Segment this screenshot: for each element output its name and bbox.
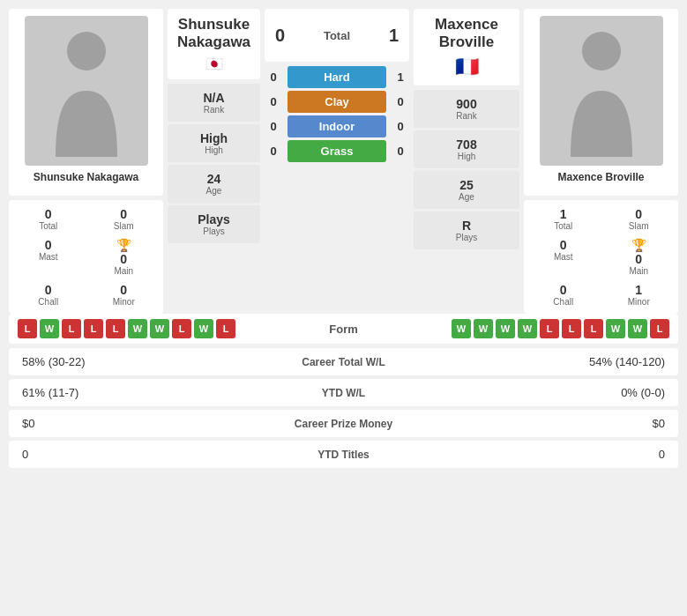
right-rank-value: 900 [414, 97, 519, 111]
main-container: Shunsuke Nakagawa 0 Total 0 Slam 0 Mast [0, 0, 687, 480]
left-form-9: W [194, 319, 213, 338]
left-high-value: High [168, 131, 260, 145]
left-mast-stat: 0 Mast [14, 236, 83, 278]
left-form-6: W [128, 319, 147, 338]
indoor-surface-btn[interactable]: Indoor [287, 115, 386, 137]
left-slam-stat: 0 Slam [90, 205, 159, 233]
ytd-wl-left: 61% (11-7) [22, 386, 265, 399]
left-minor-stat: 0 Minor [90, 281, 159, 308]
right-trophy-icon: 🏆 [631, 238, 646, 252]
form-section: L W L L L W W L W L Form W W W W L L L W… [9, 314, 678, 344]
surface-rows: 0 Hard 1 0 Clay 0 0 Indoor 0 [265, 66, 409, 162]
total-score-left: 0 [275, 26, 285, 46]
left-total-stat: 0 Total [14, 205, 83, 233]
career-wl-left: 58% (30-22) [22, 355, 265, 368]
hard-score-right: 1 [392, 71, 409, 84]
left-rank-label: Rank [168, 105, 260, 115]
ytd-wl-label: YTD W/L [265, 387, 423, 399]
right-name-display: MaxenceBroville [435, 16, 498, 52]
right-minor-stat: 1 Minor [605, 281, 674, 308]
right-age-block: 25 Age [414, 171, 519, 209]
left-high-label: High [168, 145, 260, 155]
prize-money-right: $0 [423, 417, 666, 430]
right-flag: 🇫🇷 [455, 56, 479, 78]
left-form-10: L [216, 319, 235, 338]
left-form-2: W [40, 319, 59, 338]
right-player-name: Maxence Broville [557, 171, 644, 183]
right-mid-stats-column: MaxenceBroville 🇫🇷 900 Rank 708 High 25 … [414, 9, 519, 314]
total-label: Total [324, 29, 350, 42]
left-chall-stat: 0 Chall [14, 281, 83, 308]
right-name-header: MaxenceBroville 🇫🇷 [414, 9, 519, 85]
right-slam-stat: 0 Slam [605, 205, 674, 233]
right-mast-stat: 0 Mast [529, 236, 598, 278]
left-plays-value: Plays [168, 212, 260, 226]
right-high-value: 708 [414, 137, 519, 152]
right-form-9: W [628, 319, 647, 338]
surface-row-grass: 0 Grass 0 [265, 140, 409, 162]
form-label: Form [329, 323, 358, 336]
right-form-6: L [562, 319, 581, 338]
ytd-wl-row: 61% (11-7) YTD W/L 0% (0-0) [9, 379, 678, 406]
prize-money-left: $0 [22, 417, 265, 430]
hard-surface-btn[interactable]: Hard [287, 66, 386, 88]
grass-score-right: 0 [392, 145, 409, 158]
left-name-header: Shunsuke Nakagawa ShunsukeNakagawa 🇯🇵 [168, 9, 260, 79]
right-form-2: W [474, 319, 493, 338]
left-form-1: L [18, 319, 37, 338]
right-player-photo [540, 16, 663, 166]
indoor-score-right: 0 [392, 120, 409, 133]
left-form-8: L [172, 319, 191, 338]
left-mid-stats-column: Shunsuke Nakagawa ShunsukeNakagawa 🇯🇵 N/… [168, 9, 260, 314]
right-chall-stat: 0 Chall [529, 281, 598, 308]
right-player-stats-card: 1 Total 0 Slam 0 Mast 🏆 0 Main [524, 200, 678, 314]
right-plays-label: Plays [414, 233, 519, 242]
prize-money-row: $0 Career Prize Money $0 [9, 410, 678, 437]
left-player-silhouette [42, 25, 131, 157]
left-trophy-icon: 🏆 [116, 238, 131, 252]
right-player-photo-card: Maxence Broville [524, 9, 678, 196]
right-rank-label: Rank [414, 111, 519, 121]
right-form-4: W [518, 319, 537, 338]
left-high-block: High High [168, 124, 260, 162]
right-total-stat: 1 Total [529, 205, 598, 233]
left-age-label: Age [168, 186, 260, 196]
left-player-name: Shunsuke Nakagawa [34, 171, 138, 183]
right-rank-block: 900 Rank [414, 90, 519, 128]
left-plays-block: Plays Plays [168, 205, 260, 243]
comparison-section: Shunsuke Nakagawa 0 Total 0 Slam 0 Mast [9, 9, 678, 314]
clay-score-right: 0 [392, 95, 409, 108]
career-wl-label: Career Total W/L [265, 356, 423, 368]
left-form-3: L [62, 319, 81, 338]
right-form-10: L [650, 319, 669, 338]
svg-point-1 [582, 32, 621, 71]
right-high-label: High [414, 152, 519, 161]
left-form-7: W [150, 319, 169, 338]
right-form-8: W [606, 319, 625, 338]
right-plays-value: R [414, 219, 519, 233]
left-flag: 🇯🇵 [205, 56, 223, 72]
ytd-titles-label: YTD Titles [265, 449, 423, 461]
surface-row-indoor: 0 Indoor 0 [265, 115, 409, 137]
right-player-column: Maxence Broville 1 Total 0 Slam 0 Mast [524, 9, 678, 314]
svg-point-0 [67, 32, 106, 71]
clay-score-left: 0 [265, 95, 282, 108]
left-rank-value: N/A [168, 91, 260, 105]
left-form-badges: L W L L L W W L W L [18, 319, 235, 338]
career-stats-section: 58% (30-22) Career Total W/L 54% (140-12… [9, 348, 678, 468]
left-player-column: Shunsuke Nakagawa 0 Total 0 Slam 0 Mast [9, 9, 163, 314]
center-scores-column: 0 Total 1 0 Hard 1 0 Clay 0 [265, 9, 409, 314]
hard-score-left: 0 [265, 71, 282, 84]
left-age-block: 24 Age [168, 165, 260, 203]
left-rank-stats: N/A Rank High High 24 Age Plays Plays [168, 84, 260, 243]
left-plays-label: Plays [168, 226, 260, 236]
left-name-display: Shunsuke Nakagawa ShunsukeNakagawa [177, 16, 250, 52]
left-player-photo-card: Shunsuke Nakagawa [9, 9, 163, 196]
clay-surface-btn[interactable]: Clay [287, 91, 386, 113]
ytd-titles-right: 0 [423, 448, 666, 461]
surface-row-hard: 0 Hard 1 [265, 66, 409, 88]
career-total-wl-row: 58% (30-22) Career Total W/L 54% (140-12… [9, 348, 678, 375]
right-plays-block: R Plays [414, 212, 519, 249]
left-main-stat: 🏆 0 Main [90, 236, 159, 278]
grass-surface-btn[interactable]: Grass [287, 140, 386, 162]
